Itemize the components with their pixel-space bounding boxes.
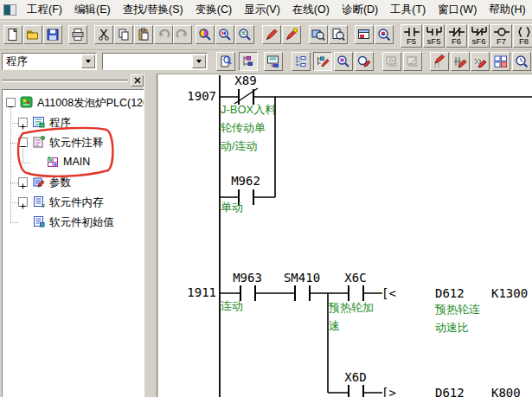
monitor-edit-button[interactable]	[355, 52, 374, 71]
fkey-label: F5	[407, 37, 416, 46]
parallel-open-contact-button[interactable]: sF5	[423, 24, 445, 48]
expand-expander[interactable]	[18, 197, 28, 207]
close-icon	[134, 77, 141, 84]
tree-item-project-root[interactable]: A11008发泡炉PLC(120	[3, 93, 144, 112]
line-delete-button[interactable]	[471, 52, 490, 71]
print-icon	[71, 28, 85, 42]
cut-button[interactable]	[94, 25, 113, 44]
menu-window[interactable]: 窗口(W)	[432, 0, 483, 20]
paste-button[interactable]	[134, 25, 153, 44]
print-button[interactable]	[68, 25, 87, 44]
minus-icon	[19, 143, 27, 150]
save-button[interactable]	[43, 25, 62, 44]
menu-edit[interactable]: 编辑(E)	[68, 0, 117, 20]
window-tile-button[interactable]	[491, 52, 510, 71]
chevron-down-icon	[86, 60, 91, 63]
coil-button[interactable]: F7	[490, 24, 512, 48]
zoom-page-button[interactable]	[329, 25, 348, 44]
new-icon	[6, 28, 20, 42]
time-search-button[interactable]	[512, 52, 531, 71]
monitor-stop-button[interactable]	[403, 52, 422, 71]
copy-icon	[117, 28, 131, 42]
tree-item-device-comment[interactable]: 软元件注释	[3, 133, 144, 152]
menu-project[interactable]: 工程(F)	[21, 0, 68, 20]
menu-online[interactable]: 在线(O)	[286, 0, 336, 20]
cut-icon	[97, 28, 111, 42]
find-device-button[interactable]	[215, 25, 234, 44]
menu-help[interactable]: 帮助(H)	[483, 0, 531, 20]
parallel-closed-contact-button[interactable]: sF6	[468, 24, 490, 48]
app-window-icon[interactable]	[3, 4, 16, 16]
edit-toolbar: 程序	[0, 49, 532, 74]
contact-x6c[interactable]: X6C 预热轮加 速	[328, 271, 374, 332]
circuit-search-button[interactable]	[375, 25, 394, 44]
menu-find-replace[interactable]: 查找/替换(S)	[117, 0, 189, 20]
project-panel-close-button[interactable]	[131, 74, 144, 86]
ladder-canvas[interactable]: 1907 X89 J-BOX入料 轮传动单 动/连动 M962 单动	[158, 74, 532, 397]
tree-item-device-init[interactable]: 软元件初始值	[3, 213, 144, 232]
open-button[interactable]	[23, 25, 42, 44]
device-comment: 预热轮加	[328, 301, 374, 314]
expand-expander[interactable]	[18, 177, 28, 187]
contact-sm410[interactable]: SM410	[284, 271, 320, 301]
device-comment-icon	[32, 135, 46, 149]
compare-instruction-less[interactable]: [< D612 K1300 预热轮连 动速比	[381, 286, 528, 334]
contact-m963[interactable]: M963 连动	[221, 271, 262, 312]
comment-edit-button[interactable]	[313, 52, 332, 71]
monitor-find-icon	[337, 54, 350, 68]
project-list-button[interactable]	[239, 52, 258, 71]
zoom-window-button[interactable]	[309, 25, 328, 44]
circuit-read-button[interactable]	[216, 52, 235, 71]
chevron-down-icon	[196, 60, 202, 63]
new-button[interactable]	[3, 25, 22, 44]
device-test-setup-button[interactable]	[282, 25, 301, 44]
program-combo[interactable]: 程序	[2, 53, 97, 70]
device-label: M963	[233, 271, 262, 285]
menu-tools[interactable]: 工具(T)	[384, 0, 432, 20]
monitor-find-button[interactable]	[334, 52, 353, 71]
redo-icon	[176, 28, 189, 42]
undo-button[interactable]	[154, 25, 173, 44]
combo-dropdown-button[interactable]	[192, 54, 206, 68]
find-string-button[interactable]	[235, 25, 254, 44]
compare-operand2: K800	[491, 386, 521, 397]
tree-item-main[interactable]: MAIN	[3, 153, 144, 172]
window-tile-icon	[494, 54, 508, 68]
redo-button[interactable]	[173, 25, 192, 44]
compare-instruction-greater[interactable]: [> D612 K800	[381, 386, 521, 397]
open-contact-button[interactable]: F5	[401, 24, 422, 48]
collapse-expander[interactable]	[18, 138, 28, 147]
tree-item-device-memory[interactable]: 软元件内存	[3, 193, 144, 212]
tree-display-button[interactable]	[292, 52, 311, 71]
ladder-convert-button[interactable]	[264, 52, 283, 71]
device-batch-button[interactable]	[430, 52, 449, 71]
tree-item-label: 软元件注释	[49, 136, 104, 150]
find-button[interactable]	[195, 25, 215, 44]
combo-dropdown-button[interactable]	[81, 54, 95, 68]
display-window-button[interactable]	[355, 25, 374, 44]
contact-x6d[interactable]: X6D	[344, 370, 366, 397]
device-test-button[interactable]	[262, 25, 281, 44]
monitor-start-button[interactable]	[382, 52, 401, 71]
closed-contact-button[interactable]: F6	[445, 24, 467, 48]
tree-item-program[interactable]: 程序	[3, 113, 144, 132]
device-memory-icon	[32, 195, 46, 208]
application-instruction-button[interactable]: F8	[513, 24, 532, 48]
device-test-icon	[265, 28, 279, 42]
panel-splitter[interactable]	[144, 74, 157, 397]
menu-bar: 工程(F) 编辑(E) 查找/替换(S) 变换(C) 显示(V) 在线(O) 诊…	[0, 0, 532, 20]
menu-diagnostics[interactable]: 诊断(D)	[336, 0, 384, 20]
expand-expander[interactable]	[18, 118, 28, 127]
plus-icon	[19, 182, 27, 190]
tree-item-parameter[interactable]: 参数	[3, 173, 144, 192]
menu-convert[interactable]: 变换(C)	[189, 0, 238, 20]
standard-toolbar: F5 sF5 F6 sF6 F7 F8	[0, 21, 532, 49]
menu-view[interactable]: 显示(V)	[238, 0, 286, 20]
collapse-expander[interactable]	[6, 98, 16, 107]
target-combo[interactable]	[102, 53, 208, 70]
copy-button[interactable]	[114, 25, 133, 44]
rung-number: 1907	[187, 89, 216, 103]
panel-grip[interactable]	[2, 80, 128, 82]
line-insert-button[interactable]	[451, 52, 470, 71]
contact-x89-nc[interactable]: X89 J-BOX入料 轮传动单 动/连动	[221, 74, 276, 152]
